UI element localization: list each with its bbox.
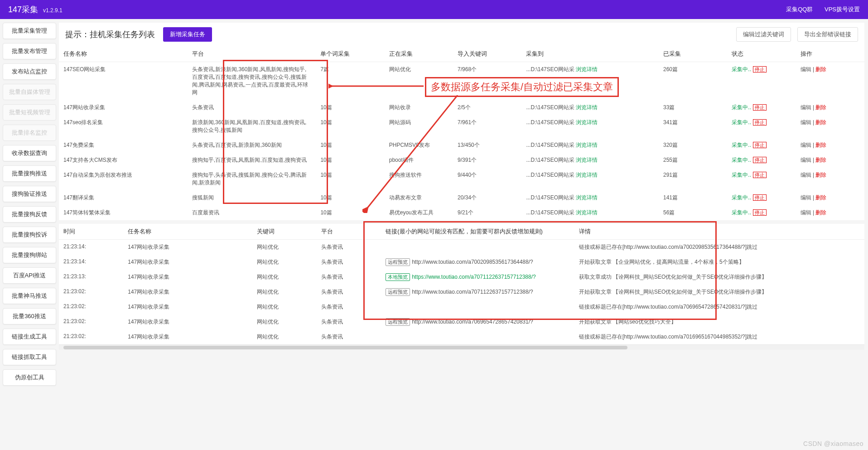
cell-imported: 9/440个 bbox=[453, 168, 521, 190]
edit-button[interactable]: 编辑 bbox=[800, 157, 811, 163]
preview-button[interactable]: 远程预览 bbox=[386, 318, 410, 326]
stop-button[interactable]: 停止 bbox=[753, 172, 767, 178]
browse-link[interactable]: 浏览详情 bbox=[576, 194, 598, 201]
nav-vps[interactable]: VPS拨号设置 bbox=[825, 6, 860, 13]
cell-ops: 编辑 | 删除 bbox=[796, 138, 864, 153]
table-row[interactable]: 147网站收录采集头条资讯10篇网站收录2/5个...D:\147SEO网站采 … bbox=[59, 100, 864, 115]
preview-button[interactable]: 远程预览 bbox=[386, 258, 410, 266]
edit-button[interactable]: 编辑 bbox=[800, 119, 811, 126]
log-row: 21:23:14:147网站收录采集网站优化头条资讯链接或标题已存在[http:… bbox=[59, 240, 864, 255]
log-time: 21:23:02: bbox=[59, 300, 123, 315]
cell-single: 10篇 bbox=[316, 115, 384, 138]
browse-link[interactable]: 浏览详情 bbox=[576, 119, 598, 126]
stop-button[interactable]: 停止 bbox=[753, 66, 767, 73]
table-row[interactable]: 147简体转繁体采集百度最资讯10篇易优eyou发布工具9/21个...D:\1… bbox=[59, 205, 864, 220]
log-col-platform: 平台 bbox=[317, 224, 381, 240]
cell-single: 10篇 bbox=[316, 168, 384, 190]
edit-button[interactable]: 编辑 bbox=[800, 194, 811, 201]
log-time: 21:23:14: bbox=[59, 255, 123, 270]
browse-link[interactable]: 浏览详情 bbox=[576, 142, 598, 148]
sidebar-item-7[interactable]: 批量搜狗推送 bbox=[3, 165, 56, 182]
table-row[interactable]: 147免费采集头条资讯,百度资讯,新浪新闻,360新闻10篇PHPCMSV9发布… bbox=[59, 138, 864, 153]
edit-button[interactable]: 编辑 bbox=[800, 66, 811, 73]
stop-button[interactable]: 停止 bbox=[753, 157, 767, 163]
log-url[interactable]: http://www.toutiao.com/a7002098535617364… bbox=[412, 259, 533, 265]
cell-single: 10篇 bbox=[316, 138, 384, 153]
cell-name: 147网站收录采集 bbox=[59, 100, 188, 115]
stop-button[interactable]: 停止 bbox=[753, 142, 767, 148]
table-row[interactable]: 147翻译采集搜狐新闻10篇动易发布文章20/34个...D:\147SEO网站… bbox=[59, 190, 864, 205]
delete-button[interactable]: 删除 bbox=[815, 157, 826, 163]
log-platform: 头条资讯 bbox=[317, 315, 381, 329]
nav-qq[interactable]: 采集QQ群 bbox=[786, 6, 813, 13]
sidebar-item-2[interactable]: 发布站点监控 bbox=[3, 63, 56, 80]
sidebar-item-14[interactable]: 批量360推送 bbox=[3, 308, 56, 324]
cell-imported: 9/21个 bbox=[453, 205, 521, 220]
log-col-time: 时间 bbox=[59, 224, 123, 240]
new-task-button[interactable]: 新增采集任务 bbox=[163, 27, 212, 42]
table-row[interactable]: 147seo排名采集新浪新闻,360新闻,凤凰新闻,百度知道,搜狗资讯,搜狗公众… bbox=[59, 115, 864, 138]
edit-button[interactable]: 编辑 bbox=[800, 104, 811, 111]
cell-platform: 搜狗知乎,百度资讯,凤凰新闻,百度知道,搜狗资讯 bbox=[188, 153, 316, 168]
cell-collecting: 搜狗推送软件 bbox=[385, 168, 453, 190]
cell-collecting: PHPCMSV9发布 bbox=[385, 138, 453, 153]
delete-button[interactable]: 删除 bbox=[815, 194, 826, 201]
export-error-button[interactable]: 导出全部错误链接 bbox=[797, 27, 858, 42]
browse-link[interactable]: 浏览详情 bbox=[576, 157, 598, 163]
log-time: 21:23:02: bbox=[59, 329, 123, 344]
delete-button[interactable]: 删除 bbox=[815, 209, 826, 216]
browse-link[interactable]: 浏览详情 bbox=[576, 66, 598, 73]
sidebar-item-17[interactable]: 伪原创工具 bbox=[3, 369, 56, 386]
log-table: 时间 任务名称 关键词 平台 链接(最小的网站可能没有匹配，如需要可群内反馈增加… bbox=[59, 224, 864, 344]
log-url[interactable]: http://www.toutiao.com/a7069654728657420… bbox=[412, 319, 533, 325]
cell-collected: 291篇 bbox=[659, 168, 727, 190]
browse-link[interactable]: 浏览详情 bbox=[576, 172, 598, 178]
cell-ops: 编辑 | 删除 bbox=[796, 62, 864, 101]
preview-button[interactable]: 远程预览 bbox=[386, 288, 410, 296]
browse-link[interactable]: 浏览详情 bbox=[576, 209, 598, 216]
log-detail: 开始获取文章 【诠网科技_网站SEO优化如何做_关于SEO优化详细操作步骤】 bbox=[574, 285, 864, 300]
sidebar-item-6[interactable]: 收录数据查询 bbox=[3, 145, 56, 161]
topnav: 采集QQ群 VPS拨号设置 bbox=[776, 5, 860, 14]
sidebar-item-10[interactable]: 批量搜狗投诉 bbox=[3, 227, 56, 243]
log-detail: 开始获取文章 【网站seo优化技巧大全】 bbox=[574, 315, 864, 329]
filter-keyword-button[interactable]: 编辑过滤关键词 bbox=[736, 27, 791, 42]
sidebar-item-1[interactable]: 批量发布管理 bbox=[3, 43, 56, 59]
delete-button[interactable]: 删除 bbox=[815, 66, 826, 73]
delete-button[interactable]: 删除 bbox=[815, 104, 826, 111]
delete-button[interactable]: 删除 bbox=[815, 172, 826, 178]
horizontal-scrollbar[interactable] bbox=[59, 344, 864, 350]
delete-button[interactable]: 删除 bbox=[815, 142, 826, 148]
col-collected: 已采集 bbox=[659, 46, 727, 62]
log-keyword: 网站优化 bbox=[252, 240, 317, 255]
log-link: 远程预览http://www.toutiao.com/a707112263715… bbox=[381, 285, 574, 300]
sidebar-item-12[interactable]: 百度API推送 bbox=[3, 267, 56, 284]
sidebar-item-13[interactable]: 批量神马推送 bbox=[3, 288, 56, 304]
edit-button[interactable]: 编辑 bbox=[800, 172, 811, 178]
sidebar-item-11[interactable]: 批量搜狗绑站 bbox=[3, 247, 56, 263]
scrollbar-thumb[interactable] bbox=[63, 346, 627, 349]
stop-button[interactable]: 停止 bbox=[753, 104, 767, 111]
table-row[interactable]: 147自动采集为原创发布推送搜狗知乎,头条资讯,搜狐新闻,搜狗公众号,腾讯新闻,… bbox=[59, 168, 864, 190]
edit-button[interactable]: 编辑 bbox=[800, 142, 811, 148]
stop-button[interactable]: 停止 bbox=[753, 209, 767, 216]
cell-single: 10篇 bbox=[316, 205, 384, 220]
sidebar-item-0[interactable]: 批量采集管理 bbox=[3, 23, 56, 39]
sidebar-item-8[interactable]: 搜狗验证推送 bbox=[3, 186, 56, 202]
table-row[interactable]: 147支持各大CMS发布搜狗知乎,百度资讯,凤凰新闻,百度知道,搜狗资讯10篇p… bbox=[59, 153, 864, 168]
preview-button[interactable]: 本地预览 bbox=[386, 273, 410, 281]
delete-button[interactable]: 删除 bbox=[815, 119, 826, 126]
col-ops: 操作 bbox=[796, 46, 864, 62]
sidebar-item-16[interactable]: 链接抓取工具 bbox=[3, 349, 56, 365]
stop-button[interactable]: 停止 bbox=[753, 194, 767, 201]
log-url[interactable]: https://www.toutiao.com/a707112263715771… bbox=[412, 274, 536, 280]
edit-button[interactable]: 编辑 bbox=[800, 209, 811, 216]
sidebar-item-9[interactable]: 批量搜狗反馈 bbox=[3, 206, 56, 223]
panel-title: 提示：挂机采集任务列表 bbox=[65, 29, 155, 40]
browse-link[interactable]: 浏览详情 bbox=[576, 104, 598, 111]
sidebar-item-15[interactable]: 链接生成工具 bbox=[3, 329, 56, 345]
log-url[interactable]: http://www.toutiao.com/a7071122637157712… bbox=[412, 289, 533, 295]
cell-imported: 7/961个 bbox=[453, 115, 521, 138]
stop-button[interactable]: 停止 bbox=[753, 119, 767, 126]
log-link: 远程预览http://www.toutiao.com/a700209853561… bbox=[381, 255, 574, 270]
